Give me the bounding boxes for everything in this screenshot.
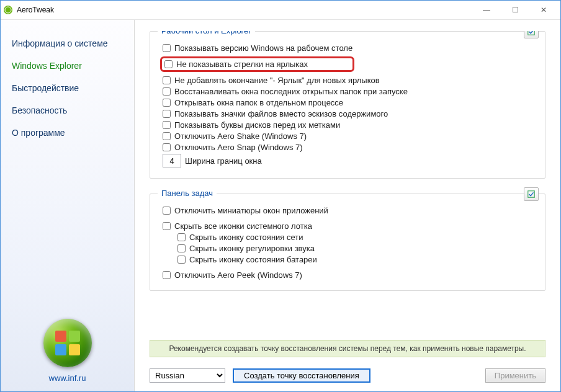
- border-width-label: Ширина границ окна: [185, 156, 262, 166]
- highlighted-option: Не показывать стрелки на ярлыках: [160, 56, 354, 72]
- cb-hide-tray-icons[interactable]: [163, 222, 171, 230]
- group-taskbar: Панель задач Отключить миниатюры окон пр…: [150, 194, 545, 291]
- cb-hide-volume-icon[interactable]: [177, 244, 186, 252]
- maximize-button[interactable]: ☐: [501, 1, 529, 19]
- site-link[interactable]: www.inf.ru: [49, 373, 86, 383]
- sidebar-item-system-info[interactable]: Информация о системе: [1, 32, 134, 55]
- create-restore-point-button[interactable]: Создать точку восстановления: [233, 368, 370, 383]
- cb-label: Отключить Aero Shake (Windows 7): [174, 131, 307, 141]
- app-window: AeroTweak — ☐ ✕ Информация о системе Win…: [0, 0, 561, 392]
- cb-label: Показывать значки файлов вместо эскизов …: [174, 109, 388, 118]
- sidebar-item-windows-explorer[interactable]: Windows Explorer: [1, 55, 134, 77]
- sidebar: Информация о системе Windows Explorer Бы…: [1, 20, 135, 391]
- titlebar: AeroTweak — ☐ ✕: [1, 1, 560, 20]
- language-select[interactable]: Russian: [150, 368, 225, 383]
- cb-label: Скрыть иконку состояния сети: [189, 233, 303, 242]
- group-title-desktop-explorer: Рабочий стол и Explorer: [158, 31, 255, 35]
- cb-label: Отключить Aero Snap (Windows 7): [174, 143, 303, 152]
- cb-label: Восстанавливать окна последних открытых …: [174, 87, 408, 96]
- cb-label: Скрыть иконку состояния батареи: [189, 255, 317, 264]
- cb-disable-thumbnails[interactable]: [163, 207, 171, 215]
- cb-show-windows-version[interactable]: [163, 44, 171, 52]
- main-panel: Рабочий стол и Explorer Показывать верси…: [135, 20, 560, 391]
- cb-label: Отключить Aero Peek (Windows 7): [174, 270, 302, 280]
- minimize-button[interactable]: —: [472, 1, 501, 19]
- cb-label: Скрыть иконку регулировки звука: [189, 244, 315, 253]
- close-button[interactable]: ✕: [529, 1, 558, 19]
- cb-label: Открывать окна папок в отдельном процесс…: [174, 98, 343, 107]
- group-title-taskbar: Панель задач: [158, 189, 217, 198]
- svg-rect-3: [528, 191, 535, 198]
- app-title: AeroTweak: [17, 6, 54, 14]
- app-icon: [3, 5, 13, 15]
- bottom-bar: Russian Создать точку восстановления При…: [146, 365, 549, 391]
- cb-label: Скрыть все иконки системного лотка: [174, 221, 312, 231]
- cb-separate-process[interactable]: [163, 99, 171, 107]
- cb-drive-letters-first[interactable]: [163, 121, 171, 129]
- hint-bar: Рекомендуется создавать точку восстановл…: [150, 340, 545, 357]
- cb-label: Не добавлять окончание "- Ярлык" для нов…: [174, 76, 380, 85]
- border-width-input[interactable]: [163, 154, 181, 167]
- cb-hide-network-icon[interactable]: [177, 233, 186, 241]
- apply-button[interactable]: Применить: [485, 368, 545, 383]
- cb-restore-folder-windows[interactable]: [163, 87, 171, 96]
- sidebar-item-about[interactable]: О программе: [1, 122, 134, 144]
- cb-hide-shortcut-arrows[interactable]: [164, 60, 173, 68]
- cb-label: Показывать буквы дисков перед их метками: [174, 120, 340, 130]
- cb-label: Не показывать стрелки на ярлыках: [176, 60, 308, 69]
- windows-orb-icon: [43, 319, 92, 367]
- cb-label: Показывать версию Windows на рабочем сто…: [174, 43, 352, 53]
- group-desktop-explorer: Рабочий стол и Explorer Показывать верси…: [150, 31, 545, 179]
- cb-disable-aero-shake[interactable]: [163, 132, 171, 140]
- cb-icons-instead-thumbs[interactable]: [163, 110, 171, 118]
- cb-disable-aero-snap[interactable]: [163, 143, 171, 151]
- cb-no-shortcut-suffix[interactable]: [163, 76, 171, 84]
- cb-hide-battery-icon[interactable]: [177, 256, 186, 264]
- cb-label: Отключить миниатюры окон приложений: [174, 206, 328, 215]
- sidebar-item-security[interactable]: Безопасность: [1, 99, 134, 122]
- sidebar-item-performance[interactable]: Быстродействие: [1, 77, 134, 99]
- cb-disable-aero-peek[interactable]: [163, 271, 171, 279]
- group-reset-button[interactable]: [524, 31, 539, 38]
- group-reset-button-2[interactable]: [524, 187, 539, 201]
